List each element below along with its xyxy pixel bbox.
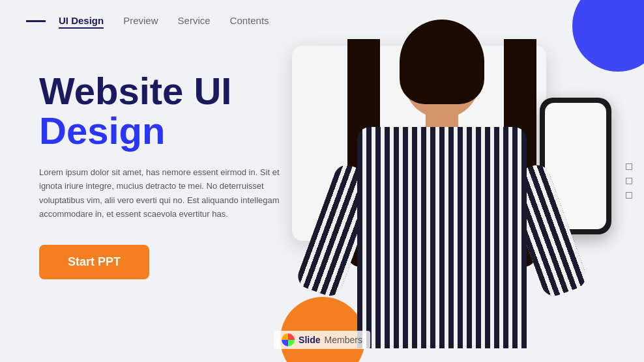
watermark-brand: Slide [299,335,320,345]
nav-item-contents[interactable]: Contents [230,15,269,27]
watermark-sub: Members [325,335,362,345]
nav-link-ui-design[interactable]: UI Design [59,15,104,29]
person-body [357,127,527,348]
nav-links: UI Design Preview Service Contents [59,15,269,27]
hero-heading-line2: Design [39,111,300,151]
side-dot-3[interactable] [626,192,632,199]
nav-item-ui-design[interactable]: UI Design [59,15,104,27]
navbar: UI Design Preview Service Contents [0,0,644,42]
nav-logo [26,20,46,22]
watermark: Slide Members [274,331,370,349]
side-dot-2[interactable] [626,178,632,184]
cta-button[interactable]: Start PPT [39,245,149,279]
image-area [279,20,618,339]
hero-heading-line1: Website UI [39,72,300,111]
watermark-icon [282,333,295,346]
hero-content: Website UI Design Lorem ipsum dolor sit … [39,72,300,279]
hero-description: Lorem ipsum dolor sit amet, has nemore e… [39,165,280,221]
side-navigation-dots [626,163,632,199]
nav-item-service[interactable]: Service [178,15,211,27]
nav-link-contents[interactable]: Contents [230,15,269,26]
nav-link-preview[interactable]: Preview [123,15,158,26]
nav-link-service[interactable]: Service [178,15,211,26]
person-image [312,26,572,345]
nav-item-preview[interactable]: Preview [123,15,158,27]
side-dot-1[interactable] [626,163,632,170]
